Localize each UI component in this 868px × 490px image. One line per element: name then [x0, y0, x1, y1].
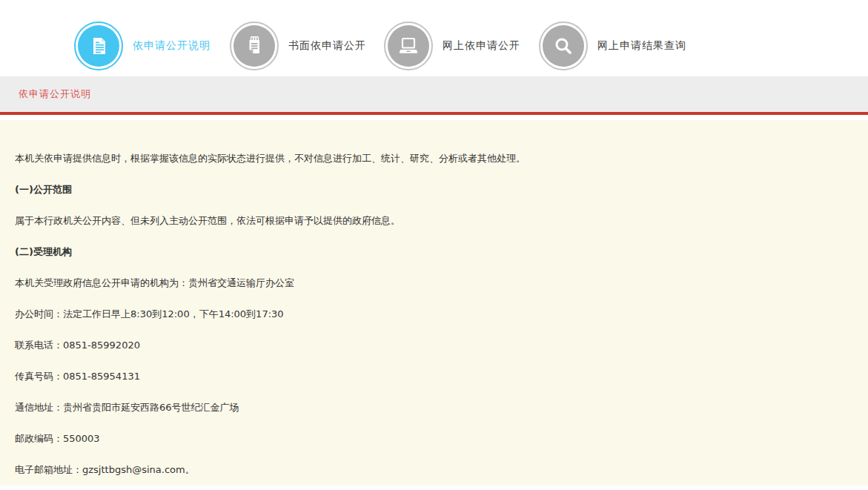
- step-label: 书面依申请公开: [288, 39, 366, 53]
- content-paragraph: 传真号码：0851-85954131: [15, 371, 853, 382]
- step-result-query[interactable]: 网上申请结果查询: [539, 21, 686, 70]
- step-online-application[interactable]: 网上依申请公开: [384, 21, 520, 70]
- step-circle: [74, 21, 123, 70]
- step-application-disclosure-explanation[interactable]: 依申请公开说明: [74, 21, 211, 70]
- section-heading: (一)公开范围: [15, 185, 853, 195]
- step-circle: [384, 21, 433, 70]
- step-label: 网上申请结果查询: [597, 39, 686, 53]
- content-paragraph: 邮政编码：550003: [15, 434, 853, 444]
- section-heading: (二)受理机构: [15, 247, 853, 257]
- page: 依申请公开说明 书面依申请公开: [0, 0, 868, 490]
- content-paragraph: 通信地址：贵州省贵阳市延安西路66号世纪汇金广场: [15, 403, 853, 413]
- step-circle: [230, 21, 279, 70]
- content-area: 本机关依申请提供信息时，根据掌握该信息的实际状态进行提供，不对信息进行加工、统计…: [0, 120, 868, 486]
- document-icon: [78, 25, 119, 67]
- search-icon: [543, 25, 584, 67]
- stepper: 依申请公开说明 书面依申请公开: [0, 0, 868, 76]
- step-written-application[interactable]: 书面依申请公开: [230, 21, 366, 70]
- notepad-icon: [233, 25, 275, 67]
- step-label: 网上依申请公开: [443, 39, 520, 53]
- laptop-icon: [388, 25, 429, 67]
- content-paragraph: 属于本行政机关公开内容、但未列入主动公开范围，依法可根据申请予以提供的政府信息。: [15, 216, 853, 226]
- step-circle: [539, 21, 588, 70]
- content-paragraph: 办公时间：法定工作日早上8:30到12:00，下午14:00到17:30: [15, 309, 853, 320]
- page-title: 依申请公开说明: [19, 87, 91, 101]
- content-paragraph: 联系电话：0851-85992020: [15, 340, 853, 351]
- bottom-strip: [0, 486, 868, 490]
- content-paragraph: 本机关受理政府信息公开申请的机构为：贵州省交通运输厅办公室: [15, 278, 853, 288]
- step-label: 依申请公开说明: [133, 39, 211, 53]
- content-paragraph: 电子邮箱地址：gzsjttbgsh@sina.com。: [15, 465, 853, 475]
- breadcrumb: 依申请公开说明: [0, 76, 868, 112]
- content-paragraph: 本机关依申请提供信息时，根据掌握该信息的实际状态进行提供，不对信息进行加工、统计…: [15, 153, 853, 164]
- white-gap: [0, 115, 868, 120]
